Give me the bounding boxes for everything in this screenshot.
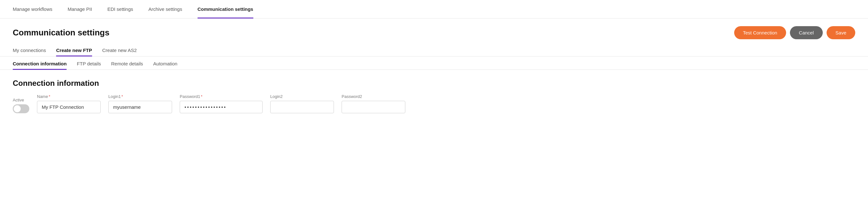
sub-tab-my-connections[interactable]: My connections (13, 44, 46, 56)
login2-label: Login2 (270, 94, 334, 99)
tab-edi-settings[interactable]: EDI settings (107, 0, 133, 19)
connection-fields-row: Active Name* Login1* Password1* (13, 94, 855, 113)
tab-archive-settings[interactable]: Archive settings (149, 0, 182, 19)
login2-input[interactable] (270, 101, 334, 113)
active-field: Active (13, 98, 29, 113)
login1-field: Login1* (108, 94, 172, 113)
section-tab-connection-information[interactable]: Connection information (13, 58, 67, 70)
top-nav: Manage workflows Manage PII EDI settings… (0, 0, 868, 19)
password2-field: Password2 (342, 94, 405, 113)
header-actions: Test Connection Cancel Save (734, 26, 855, 39)
toggle-slider (13, 104, 29, 113)
section-tab-ftp-details[interactable]: FTP details (77, 58, 101, 70)
name-input[interactable] (37, 101, 101, 113)
tab-communication-settings[interactable]: Communication settings (197, 0, 253, 19)
login1-required-indicator: * (121, 94, 123, 99)
name-required-indicator: * (49, 94, 50, 99)
cancel-button[interactable]: Cancel (790, 26, 823, 39)
name-field: Name* (37, 94, 101, 113)
password2-label: Password2 (342, 94, 405, 99)
section-tab-automation[interactable]: Automation (153, 58, 178, 70)
password1-required-indicator: * (201, 94, 202, 99)
sub-tab-create-new-as2[interactable]: Create new AS2 (102, 44, 137, 56)
section-tab-remote-details[interactable]: Remote details (111, 58, 143, 70)
sub-tab-create-new-ftp[interactable]: Create new FTP (56, 44, 92, 56)
tab-manage-workflows[interactable]: Manage workflows (13, 0, 52, 19)
page-title: Communication settings (13, 28, 109, 38)
sub-tabs: My connections Create new FTP Create new… (0, 44, 868, 56)
active-toggle[interactable] (13, 104, 29, 113)
active-label: Active (13, 98, 24, 102)
login1-input[interactable] (108, 101, 172, 113)
password2-input[interactable] (342, 101, 405, 113)
password1-label: Password1* (180, 94, 262, 99)
password1-field: Password1* (180, 94, 262, 113)
page-header: Communication settings Test Connection C… (0, 19, 868, 44)
save-button[interactable]: Save (827, 26, 855, 39)
tab-manage-pii[interactable]: Manage PII (67, 0, 92, 19)
password1-input[interactable] (180, 101, 262, 113)
test-connection-button[interactable]: Test Connection (734, 26, 786, 39)
connection-info-title: Connection information (13, 79, 855, 88)
login1-label: Login1* (108, 94, 172, 99)
section-tabs: Connection information FTP details Remot… (0, 58, 868, 70)
login2-field: Login2 (270, 94, 334, 113)
name-label: Name* (37, 94, 101, 99)
content-area: Connection information Active Name* Logi… (0, 70, 868, 122)
